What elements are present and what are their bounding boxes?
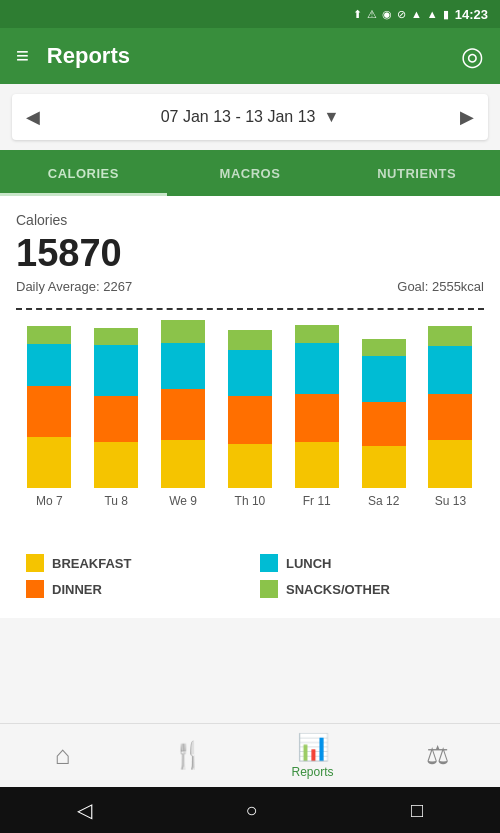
bar-stack (27, 326, 71, 488)
home-button[interactable]: ○ (245, 799, 257, 822)
back-button[interactable]: ◁ (77, 798, 92, 822)
next-date-button[interactable]: ▶ (460, 106, 474, 128)
nav-reports[interactable]: 📊 Reports (283, 732, 343, 779)
tab-calories[interactable]: CALORIES (0, 150, 167, 196)
date-range[interactable]: 07 Jan 13 - 13 Jan 13 ▼ (40, 108, 460, 126)
calories-title: Calories (16, 212, 484, 228)
legend-label-lunch: LUNCH (286, 556, 332, 571)
home-icon: ⌂ (55, 740, 71, 771)
legend-item-dinner: DINNER (26, 580, 250, 598)
bar-segment-snacks (362, 339, 406, 356)
signal-icon: ◉ (382, 8, 392, 21)
bar-label: Th 10 (235, 494, 266, 508)
bar-segment-snacks (94, 328, 138, 345)
nav-food[interactable]: 🍴 (158, 740, 218, 771)
system-nav: ◁ ○ □ (0, 787, 500, 833)
bar-label: Tu 8 (104, 494, 128, 508)
bar-segment-breakfast (27, 437, 71, 488)
nav-home[interactable]: ⌂ (33, 740, 93, 771)
tabs: CALORIES MACROS NUTRIENTS (0, 150, 500, 196)
legend-color-lunch (260, 554, 278, 572)
wifi-icon: ▲ (411, 8, 422, 20)
bar-segment-dinner (228, 396, 272, 444)
legend: BREAKFASTLUNCHDINNERSNACKS/OTHER (26, 554, 484, 598)
battery-icon: ⬆ (353, 8, 362, 21)
date-selector[interactable]: ◀ 07 Jan 13 - 13 Jan 13 ▼ ▶ (12, 94, 488, 140)
goal-text: Goal: 2555kcal (397, 279, 484, 294)
bar-segment-snacks (228, 330, 272, 350)
legend-item-lunch: LUNCH (260, 554, 484, 572)
legend-item-breakfast: BREAKFAST (26, 554, 250, 572)
tab-nutrients-label: NUTRIENTS (377, 166, 456, 181)
bar-segment-lunch (27, 344, 71, 386)
bar-label: Su 13 (435, 494, 466, 508)
bar-stack (94, 328, 138, 488)
calories-meta: Daily Average: 2267 Goal: 2555kcal (16, 279, 484, 294)
bar-label: Mo 7 (36, 494, 63, 508)
calories-value: 15870 (16, 232, 484, 275)
warning-icon: ⚠ (367, 8, 377, 21)
bar-group: Tu 8 (94, 328, 138, 508)
bar-segment-breakfast (228, 444, 272, 488)
bottom-nav: ⌂ 🍴 📊 Reports ⚖ (0, 723, 500, 787)
bar-segment-breakfast (94, 442, 138, 488)
nav-scale[interactable]: ⚖ (408, 740, 468, 771)
tab-calories-label: CALORIES (48, 166, 119, 181)
bar-segment-lunch (94, 345, 138, 396)
status-time: 14:23 (455, 7, 488, 22)
target-icon[interactable]: ◎ (461, 41, 484, 72)
legend-color-dinner (26, 580, 44, 598)
bar-stack (362, 339, 406, 488)
scale-icon: ⚖ (426, 740, 449, 771)
status-bar: ⬆ ⚠ ◉ ⊘ ▲ ▲ ▮ 14:23 (0, 0, 500, 28)
bar-segment-lunch (295, 343, 339, 394)
reports-icon: 📊 (297, 732, 329, 763)
bar-group: Sa 12 (362, 339, 406, 508)
page-title: Reports (29, 43, 461, 69)
bar-segment-snacks (27, 326, 71, 344)
legend-label-snacks: SNACKS/OTHER (286, 582, 390, 597)
legend-color-breakfast (26, 554, 44, 572)
bar-segment-dinner (27, 386, 71, 437)
bar-segment-breakfast (428, 440, 472, 488)
bar-segment-dinner (161, 389, 205, 440)
bar-label: Sa 12 (368, 494, 399, 508)
tab-nutrients[interactable]: NUTRIENTS (333, 150, 500, 196)
bar-segment-breakfast (295, 442, 339, 488)
bars-container: Mo 7Tu 8We 9Th 10Fr 11Sa 12Su 13 (16, 308, 484, 508)
bar-segment-dinner (362, 402, 406, 446)
status-icons: ⬆ ⚠ ◉ ⊘ ▲ ▲ ▮ (353, 8, 449, 21)
bar-segment-dinner (295, 394, 339, 442)
prev-date-button[interactable]: ◀ (26, 106, 40, 128)
bar-segment-lunch (228, 350, 272, 396)
bar-segment-snacks (161, 320, 205, 343)
date-dropdown-icon[interactable]: ▼ (323, 108, 339, 126)
bar-segment-breakfast (161, 440, 205, 488)
menu-icon[interactable]: ≡ (16, 43, 29, 69)
no-signal-icon: ⊘ (397, 8, 406, 21)
reports-nav-label: Reports (291, 765, 333, 779)
bar-segment-dinner (94, 396, 138, 442)
bar-stack (295, 325, 339, 488)
bar-label: We 9 (169, 494, 197, 508)
bar-segment-snacks (428, 326, 472, 346)
tab-macros[interactable]: MACROS (167, 150, 334, 196)
main-content: Calories 15870 Daily Average: 2267 Goal:… (0, 196, 500, 618)
bar-label: Fr 11 (303, 494, 331, 508)
recent-button[interactable]: □ (411, 799, 423, 822)
bar-group: Th 10 (228, 330, 272, 508)
legend-label-dinner: DINNER (52, 582, 102, 597)
legend-label-breakfast: BREAKFAST (52, 556, 131, 571)
bar-segment-lunch (161, 343, 205, 389)
bar-stack (228, 330, 272, 488)
bar-stack (428, 326, 472, 488)
bar-group: Mo 7 (27, 326, 71, 508)
bar-segment-snacks (295, 325, 339, 343)
date-range-text: 07 Jan 13 - 13 Jan 13 (161, 108, 316, 126)
goal-line (16, 308, 484, 310)
top-bar: ≡ Reports ◎ (0, 28, 500, 84)
bar-group: We 9 (161, 320, 205, 508)
tab-macros-label: MACROS (220, 166, 281, 181)
bar-segment-dinner (428, 394, 472, 440)
bar-group: Su 13 (428, 326, 472, 508)
